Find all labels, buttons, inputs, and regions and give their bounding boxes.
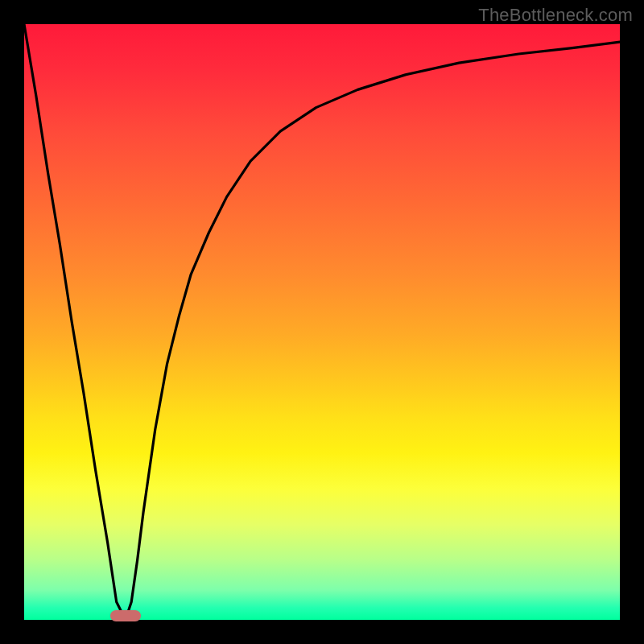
chart-frame: TheBottleneck.com bbox=[0, 0, 644, 644]
watermark-text: TheBottleneck.com bbox=[478, 5, 633, 26]
plot-area bbox=[24, 24, 620, 620]
bottleneck-curve bbox=[24, 24, 620, 620]
optimal-point-marker bbox=[110, 610, 141, 621]
